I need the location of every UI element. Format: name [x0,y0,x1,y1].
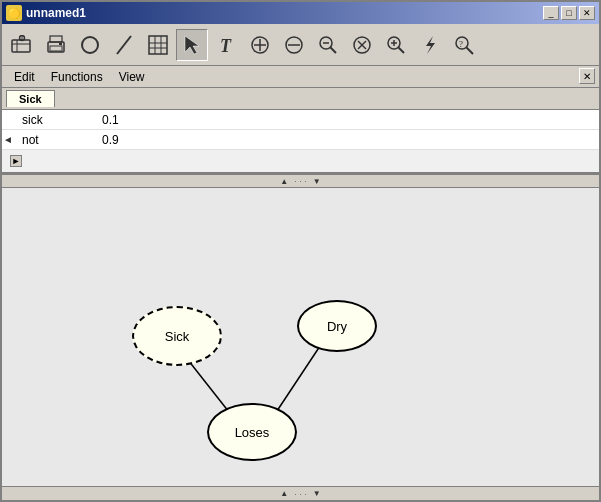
svg-line-35 [467,47,474,54]
svg-point-9 [82,37,98,53]
table-panel: Sick sick 0.1 ◄ not 0.9 ► [2,88,599,174]
node-dry-label: Dry [327,319,347,334]
svg-rect-8 [59,43,62,45]
lightning-icon [419,34,441,56]
svg-rect-11 [149,36,167,54]
title-bar-left: 🟡 unnamed1 [6,5,86,21]
svg-text:T: T [220,36,232,56]
menu-edit[interactable]: Edit [6,68,43,86]
toolbar-text-button[interactable]: T [210,29,242,61]
svg-rect-0 [12,40,30,52]
table-row[interactable]: ◄ not 0.9 [2,130,599,150]
toolbar-print-button[interactable] [40,29,72,61]
table-header: Sick [2,88,599,110]
maximize-button[interactable]: □ [561,6,577,20]
toolbar-open-button[interactable] [6,29,38,61]
node-loses-label: Loses [235,425,270,440]
svg-line-30 [398,47,404,53]
svg-rect-7 [50,46,62,51]
graph-panel[interactable]: Sick Dry Loses [2,188,599,486]
diagonal-line-icon [113,34,135,56]
toolbar-zoom-var-button[interactable] [380,29,412,61]
toolbar-loop-button[interactable] [74,29,106,61]
bottom-dots: · · · [294,489,307,499]
table-body: sick 0.1 ◄ not 0.9 [2,110,599,150]
toolbar: T [2,24,599,66]
cursor-icon [181,34,203,56]
node-sick-label: Sick [165,329,190,344]
title-bar-buttons: _ □ ✕ [543,6,595,20]
menu-functions[interactable]: Functions [43,68,111,86]
menubar: Edit Functions View ✕ [2,66,599,88]
x-circle-icon [351,34,373,56]
loop-icon [79,34,101,56]
print-icon [45,35,67,55]
svg-marker-33 [426,36,435,54]
toolbar-search-button[interactable]: ? [448,29,480,61]
minimize-button[interactable]: _ [543,6,559,20]
text-icon: T [215,34,237,56]
menubar-close-button[interactable]: ✕ [579,68,595,84]
toolbar-plus-circle-button[interactable] [244,29,276,61]
toolbar-minus-circle-button[interactable] [278,29,310,61]
menu-view[interactable]: View [111,68,153,86]
search-icon: ? [453,34,475,56]
toolbar-grid-button[interactable] [142,29,174,61]
row-indicator-2: ◄ [2,134,14,145]
toolbar-cursor-button[interactable] [176,29,208,61]
bottom-up-arrow[interactable]: ▲ [278,489,290,498]
toolbar-zoom-out-button[interactable] [312,29,344,61]
window-title: unnamed1 [26,6,86,20]
bottom-down-arrow[interactable]: ▼ [311,489,323,498]
expand-table-button[interactable]: ► [10,155,22,167]
svg-line-10 [117,36,131,54]
toolbar-slash-button[interactable] [108,29,140,61]
divider-dots: · · · [294,176,307,186]
node-dry[interactable]: Dry [297,300,377,352]
app-icon: 🟡 [6,5,22,21]
cell-value-not: 0.9 [94,131,127,149]
close-button[interactable]: ✕ [579,6,595,20]
node-sick[interactable]: Sick [132,306,222,366]
node-loses[interactable]: Loses [207,403,297,461]
toolbar-x-circle-button[interactable] [346,29,378,61]
divider-up-arrow[interactable]: ▲ [278,177,290,186]
svg-marker-16 [185,36,199,54]
divider-down-arrow[interactable]: ▼ [311,177,323,186]
table-tab-sick[interactable]: Sick [6,90,55,107]
zoom-out-icon [317,34,339,56]
svg-line-24 [330,47,336,53]
svg-text:?: ? [459,39,463,49]
panel-divider-1: ▲ · · · ▼ [2,174,599,188]
open-icon [11,35,33,55]
bottom-divider: ▲ · · · ▼ [2,486,599,500]
zoom-var-icon [385,34,407,56]
plus-circle-icon [249,34,271,56]
cell-value-sick: 0.1 [94,111,127,129]
main-window: 🟡 unnamed1 _ □ ✕ [0,0,601,502]
minus-circle-icon [283,34,305,56]
toolbar-lightning-button[interactable] [414,29,446,61]
svg-rect-6 [50,36,62,42]
title-bar: 🟡 unnamed1 _ □ ✕ [2,2,599,24]
grid-icon [147,34,169,56]
cell-name-sick: sick [14,111,94,129]
table-row[interactable]: sick 0.1 [2,110,599,130]
cell-name-not: not [14,131,94,149]
